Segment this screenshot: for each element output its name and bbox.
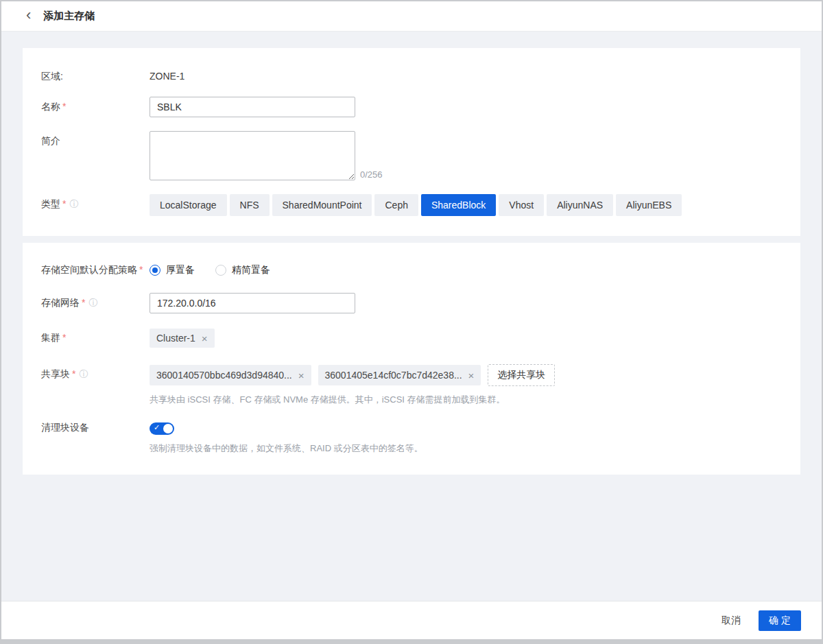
- sharedblock-label: 共享块*ⓘ: [23, 364, 150, 381]
- zone-value: ZONE-1: [150, 67, 184, 82]
- storage-network-row: 存储网络*ⓘ: [23, 293, 800, 313]
- sharedblock-field: 3600140570bbc469d3d94840... × 36001405e1…: [150, 364, 555, 406]
- type-option-nfs[interactable]: NFS: [230, 194, 270, 216]
- storage-network-input[interactable]: [150, 293, 355, 313]
- type-option-sharedblock[interactable]: SharedBlock: [421, 194, 496, 216]
- type-label: 类型*ⓘ: [23, 194, 150, 211]
- required-mark: *: [62, 101, 66, 112]
- add-primary-storage-page: ‹ 添加主存储 区域: ZONE-1 名称* 简介: [0, 0, 823, 644]
- cluster-tag: Cluster-1 ×: [150, 329, 215, 348]
- sharedblock-tags: 3600140570bbc469d3d94840... × 36001405e1…: [150, 364, 555, 386]
- page-header: ‹ 添加主存储: [1, 1, 822, 32]
- radio-selected-icon: [150, 265, 160, 276]
- clean-device-label: 清理块设备: [23, 420, 150, 434]
- zone-row: 区域: ZONE-1: [23, 67, 800, 83]
- type-option-localstorage[interactable]: LocalStorage: [150, 194, 227, 216]
- description-row: 简介 0/256: [23, 131, 800, 180]
- basic-info-card: 区域: ZONE-1 名称* 简介 0/256 类型*ⓘ: [23, 48, 800, 236]
- storage-network-label: 存储网络*ⓘ: [23, 293, 150, 309]
- cancel-button[interactable]: 取消: [721, 615, 741, 627]
- cluster-row: 集群* Cluster-1 ×: [23, 329, 800, 348]
- info-icon: ⓘ: [79, 369, 88, 379]
- type-option-sharedmountpoint[interactable]: SharedMountPoint: [272, 194, 372, 216]
- radio-thin-provision[interactable]: 精简置备: [215, 264, 270, 276]
- allocation-policy-row: 存储空间默认分配策略* 厚置备 精简置备: [23, 261, 800, 276]
- sharedblock-tag: 36001405e14cf0c7bc7d42e38... ×: [318, 365, 481, 385]
- back-icon[interactable]: ‹: [26, 8, 31, 23]
- allocation-policy-radios: 厚置备 精简置备: [150, 261, 291, 276]
- sharedblock-tag: 3600140570bbc469d3d94840... ×: [150, 365, 311, 385]
- required-mark: *: [62, 198, 66, 209]
- info-icon: ⓘ: [88, 298, 97, 308]
- action-footer: 取消 确定: [1, 601, 822, 639]
- radio-unselected-icon: [215, 265, 226, 276]
- required-mark: *: [82, 297, 85, 308]
- type-row: 类型*ⓘ LocalStorage NFS SharedMountPoint C…: [23, 194, 800, 216]
- remove-tag-icon[interactable]: ×: [468, 370, 475, 381]
- confirm-button[interactable]: 确定: [759, 610, 801, 631]
- type-option-aliyunnas[interactable]: AliyunNAS: [547, 194, 613, 216]
- cluster-label: 集群*: [23, 329, 150, 344]
- radio-thick-provision[interactable]: 厚置备: [150, 264, 195, 276]
- sharedblock-settings-card: 存储空间默认分配策略* 厚置备 精简置备 存储网络*ⓘ: [23, 243, 800, 475]
- required-mark: *: [72, 368, 75, 379]
- remove-tag-icon[interactable]: ×: [298, 370, 305, 381]
- clean-device-hint: 强制清理块设备中的数据，如文件系统、RAID 或分区表中的签名等。: [150, 442, 423, 455]
- type-button-group: LocalStorage NFS SharedMountPoint Ceph S…: [150, 194, 684, 216]
- description-label: 简介: [23, 131, 150, 147]
- clean-device-field: ✓ 强制清理块设备中的数据，如文件系统、RAID 或分区表中的签名等。: [150, 420, 423, 455]
- type-option-vhost[interactable]: Vhost: [499, 194, 544, 216]
- clean-device-row: 清理块设备 ✓ 强制清理块设备中的数据，如文件系统、RAID 或分区表中的签名等…: [23, 420, 800, 455]
- allocation-policy-label: 存储空间默认分配策略*: [23, 261, 150, 276]
- name-input[interactable]: [150, 97, 355, 117]
- form-content: 区域: ZONE-1 名称* 简介 0/256 类型*ⓘ: [1, 32, 822, 601]
- name-label: 名称*: [23, 97, 150, 113]
- select-sharedblock-button[interactable]: 选择共享块: [488, 364, 555, 386]
- toggle-knob: [163, 424, 173, 433]
- type-option-aliyunebs[interactable]: AliyunEBS: [616, 194, 682, 216]
- page-title: 添加主存储: [43, 10, 95, 23]
- type-option-ceph[interactable]: Ceph: [374, 194, 418, 216]
- info-icon: ⓘ: [69, 199, 78, 209]
- required-mark: *: [139, 264, 143, 275]
- remove-tag-icon[interactable]: ×: [202, 333, 208, 344]
- required-mark: *: [62, 332, 66, 343]
- description-textarea[interactable]: [150, 131, 355, 180]
- sharedblock-row: 共享块*ⓘ 3600140570bbc469d3d94840... × 3600…: [23, 364, 800, 406]
- clean-device-toggle[interactable]: ✓: [150, 422, 174, 435]
- char-counter: 0/256: [360, 169, 383, 180]
- sharedblock-hint: 共享块由 iSCSI 存储、FC 存储或 NVMe 存储提供。其中，iSCSI …: [150, 394, 555, 406]
- zone-label: 区域:: [23, 67, 150, 83]
- name-row: 名称*: [23, 97, 800, 117]
- check-icon: ✓: [154, 423, 160, 432]
